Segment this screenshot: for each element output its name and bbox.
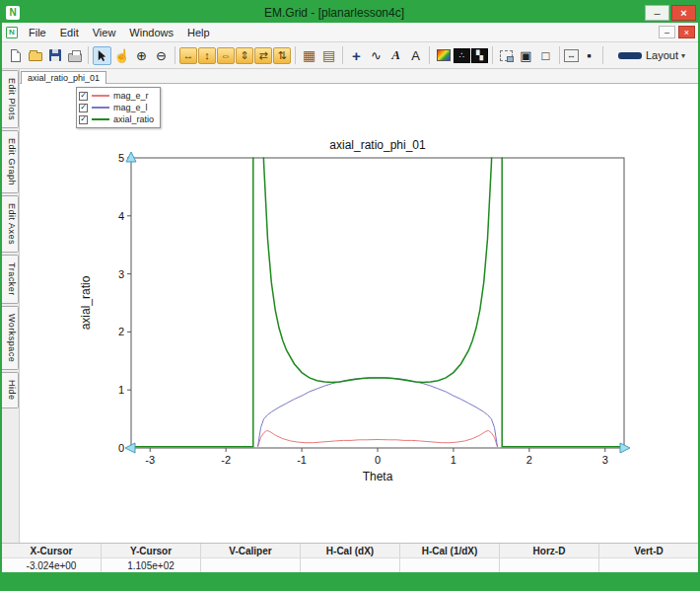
toolbar-separator: [492, 46, 493, 64]
table-icon[interactable]: ▦: [300, 46, 318, 65]
legend-label: mag_e_r: [113, 91, 149, 101]
italic-text-icon[interactable]: A: [386, 46, 405, 65]
document-area: axial_ratio_phi_01 -3-2-10123012345axial…: [20, 69, 698, 543]
status-header: V-Caliper: [201, 544, 301, 557]
sidebar-tab-hide[interactable]: Hide: [2, 372, 19, 408]
h-cal-dx-value: [301, 558, 400, 572]
y-axis-top-handle[interactable]: [126, 152, 136, 162]
folder-shape: [29, 52, 42, 61]
status-header: X-Cursor: [2, 544, 102, 557]
solid-frame-icon[interactable]: ▪: [580, 46, 598, 65]
contour-plot-icon[interactable]: ∴: [454, 48, 470, 63]
sidebar-tab-edit-plots[interactable]: Edit Plots: [2, 70, 19, 128]
sidebar-tab-edit-axes[interactable]: Edit Axes: [2, 195, 19, 253]
pan-hand-icon[interactable]: ☝: [112, 46, 131, 65]
horz-d-value: [500, 558, 599, 572]
pointer-shape: [96, 49, 108, 62]
status-header-row: X-Cursor Y-Cursor V-Caliper H-Cal (dX) H…: [2, 544, 698, 557]
status-header: Vert-D: [599, 544, 698, 557]
x-axis-left-handle[interactable]: [125, 443, 135, 453]
legend-label: mag_e_l: [113, 103, 148, 112]
svg-text:-2: -2: [221, 454, 231, 466]
open-folder-icon[interactable]: [26, 46, 44, 65]
menu-edit[interactable]: Edit: [53, 25, 86, 40]
svg-text:2: 2: [526, 454, 532, 466]
chart-svg[interactable]: -3-2-10123012345axial_ratio_phi_01Thetaa…: [20, 84, 698, 543]
app-logo-icon: N: [6, 6, 20, 20]
new-file-icon[interactable]: [6, 46, 25, 65]
empty-frame-icon[interactable]: □: [536, 46, 555, 65]
svg-text:-3: -3: [145, 454, 155, 466]
child-minimize-button[interactable]: –: [659, 26, 675, 38]
layout-dropdown[interactable]: Layout ▾: [607, 46, 690, 64]
printer-shape: [68, 53, 82, 62]
toolbar-separator: [602, 46, 603, 64]
child-close-button[interactable]: ×: [678, 26, 695, 38]
chart-legend: ✓ mag_e_r ✓ mag_e_l ✓ axial_ratio: [76, 87, 161, 128]
legend-line-sample: [92, 118, 109, 120]
svg-text:-1: -1: [297, 454, 307, 466]
svg-text:5: 5: [118, 152, 124, 164]
sidebar-tab-edit-graph[interactable]: Edit Graph: [2, 130, 19, 193]
window-title: EM.Grid - [planarlesson4c]: [24, 6, 645, 20]
h-fit-icon[interactable]: ⇔: [217, 47, 235, 64]
legend-checkbox-mag-e-l[interactable]: ✓: [79, 104, 88, 112]
legend-row: ✓ mag_e_r: [79, 90, 154, 102]
sidebar-tab-tracker[interactable]: Tracker: [2, 255, 19, 304]
toolbar-separator: [175, 46, 175, 64]
print-icon[interactable]: [65, 46, 84, 65]
svg-text:2: 2: [118, 326, 124, 337]
legend-checkbox-mag-e-r[interactable]: ✓: [79, 92, 88, 101]
rainbow-plot-icon[interactable]: [434, 46, 453, 65]
plot-region: -3-2-10123012345axial_ratio_phi_01Thetaa…: [20, 84, 698, 543]
legend-frame-icon[interactable]: ▣: [517, 46, 535, 65]
page-shape: [11, 49, 21, 62]
main-area: Edit Plots Edit Graph Edit Axes Tracker …: [2, 69, 698, 543]
vert-d-value: [599, 558, 698, 572]
menu-help[interactable]: Help: [180, 25, 217, 40]
layout-label: Layout: [646, 49, 678, 61]
legend-line-sample: [92, 95, 109, 97]
legend-label: axial_ratio: [113, 114, 154, 124]
fit-both-icon[interactable]: ⇄: [254, 47, 272, 64]
toolbar-separator: [295, 46, 296, 64]
v-expand-icon[interactable]: ↕: [198, 47, 216, 64]
svg-text:0: 0: [118, 442, 124, 454]
pointer-icon[interactable]: [93, 46, 111, 65]
label-text-icon[interactable]: A: [406, 46, 425, 65]
x-axis-right-handle[interactable]: [620, 443, 630, 453]
grid-icon[interactable]: ▤: [319, 46, 338, 65]
curve-icon[interactable]: ∿: [367, 46, 385, 65]
menu-windows[interactable]: Windows: [122, 25, 180, 40]
svg-text:0: 0: [375, 454, 381, 466]
zoom-out-icon[interactable]: ⊖: [152, 46, 171, 65]
h-expand-icon[interactable]: ↔: [179, 47, 197, 64]
save-icon[interactable]: [45, 46, 64, 65]
legend-row: ✓ mag_e_l: [79, 102, 154, 113]
dashed-frame-icon[interactable]: [497, 46, 516, 65]
add-marker-icon[interactable]: +: [347, 46, 366, 65]
resize-frame-icon[interactable]: ↔: [564, 49, 579, 62]
svg-text:4: 4: [118, 210, 124, 222]
layout-line-icon: [618, 52, 642, 59]
document-tab-row: axial_ratio_phi_01: [20, 69, 698, 84]
zoom-in-icon[interactable]: ⊕: [132, 46, 151, 65]
sidebar-tab-workspace[interactable]: Workspace: [2, 306, 19, 370]
mesh-plot-icon[interactable]: ▚: [471, 48, 488, 63]
status-value-row: -3.024e+00 1.105e+02: [2, 557, 698, 572]
legend-checkbox-axial-ratio[interactable]: ✓: [79, 115, 88, 124]
v-fit-icon[interactable]: ⇕: [236, 47, 253, 64]
legend-row: ✓ axial_ratio: [79, 113, 154, 125]
v-caliper-value: [201, 558, 301, 572]
menu-view[interactable]: View: [86, 25, 123, 40]
autoscale-icon[interactable]: ⇅: [273, 47, 291, 64]
dashed-shape: [500, 50, 513, 61]
status-readout: X-Cursor Y-Cursor V-Caliper H-Cal (dX) H…: [2, 543, 698, 572]
x-cursor-value: -3.024e+00: [2, 558, 102, 572]
document-tab[interactable]: axial_ratio_phi_01: [21, 71, 106, 84]
close-button[interactable]: ×: [671, 5, 696, 21]
rainbow-shape: [437, 49, 451, 61]
menu-file[interactable]: File: [22, 25, 53, 40]
minimize-button[interactable]: –: [645, 5, 669, 21]
toolbar-separator: [342, 46, 343, 64]
